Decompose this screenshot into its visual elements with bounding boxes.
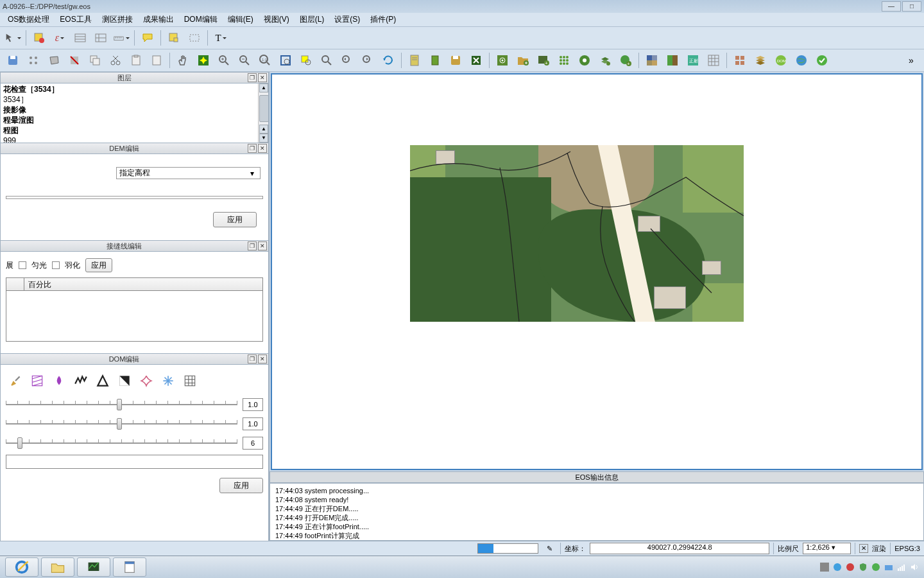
layer-item[interactable]: 程晕渲图: [3, 115, 266, 125]
tool-layers-gold-icon[interactable]: [751, 51, 769, 69]
tray-icon[interactable]: [833, 563, 842, 572]
menu-plugins[interactable]: 插件(P): [365, 13, 401, 26]
tray-icon[interactable]: [820, 563, 829, 572]
panel-close-icon[interactable]: ✕: [258, 73, 267, 82]
dom-slider-1-value[interactable]: 1.0: [243, 398, 263, 411]
tray-network-icon[interactable]: [884, 563, 893, 572]
tool-check-teal-icon[interactable]: 正射: [684, 51, 702, 69]
tool-text[interactable]: T: [212, 29, 230, 47]
tray-shield-icon[interactable]: [859, 563, 868, 572]
tool-disc-icon[interactable]: [576, 51, 594, 69]
dom-star-icon[interactable]: [138, 372, 155, 389]
dom-snow-icon[interactable]: [160, 372, 176, 389]
dem-apply-button[interactable]: 应用: [213, 212, 257, 227]
dom-slider-2-value[interactable]: 1.0: [243, 417, 263, 430]
tray-safe-icon[interactable]: [871, 563, 880, 572]
tool-raster2-icon[interactable]: [663, 51, 681, 69]
tool-comment[interactable]: [139, 29, 157, 47]
menu-view[interactable]: 视图(V): [259, 13, 295, 26]
tool-more-icon[interactable]: »: [902, 51, 920, 69]
tool-copy-icon[interactable]: [86, 51, 104, 69]
tool-circle-dom-icon[interactable]: DOM: [772, 51, 790, 69]
chevron-down-icon[interactable]: ▾: [832, 543, 835, 551]
layer-item[interactable]: 程图: [3, 125, 266, 136]
tool-save2-icon[interactable]: [447, 51, 465, 69]
tool-close-green-icon[interactable]: [467, 51, 485, 69]
tool-zoom-11-icon[interactable]: 1:1: [256, 51, 274, 69]
tool-gear-icon[interactable]: [493, 51, 511, 69]
tool-table1[interactable]: [71, 29, 89, 47]
layer-list[interactable]: 花检查［3534］ 3534］ 接影像 程晕渲图 程图 999: [1, 83, 268, 143]
taskbar-app2-icon[interactable]: [113, 557, 146, 577]
dom-slider-3-value[interactable]: 6: [243, 437, 263, 450]
panel-restore-icon[interactable]: ❐: [248, 355, 257, 363]
tool-zoom-in-icon[interactable]: [215, 51, 233, 69]
tool-grid-blue-icon[interactable]: [705, 51, 723, 69]
dom-text-input[interactable]: [6, 455, 263, 469]
tool-zoom-extent-icon[interactable]: [277, 51, 295, 69]
menu-dom-edit[interactable]: DOM编辑: [179, 13, 223, 26]
taskbar-app1-icon[interactable]: [77, 557, 110, 577]
map-viewport[interactable]: [271, 73, 923, 470]
dom-grid-icon[interactable]: [182, 372, 198, 389]
dom-invert-icon[interactable]: [116, 372, 133, 389]
tool-layer-plus-icon[interactable]: [596, 51, 614, 69]
dom-zigzag-icon[interactable]: [73, 372, 89, 389]
tool-new-layer[interactable]: [30, 29, 48, 47]
tool-zoom-next-icon[interactable]: [359, 51, 377, 69]
menu-layer[interactable]: 图层(L): [295, 13, 330, 26]
seam-apply-button[interactable]: 应用: [85, 258, 112, 272]
render-cancel-icon[interactable]: ✕: [859, 544, 868, 553]
panel-close-icon[interactable]: ✕: [258, 144, 267, 153]
menu-eos-data[interactable]: OS数据处理: [3, 13, 55, 26]
tool-check-circle-icon[interactable]: [813, 51, 831, 69]
dom-slider-1[interactable]: 1.0: [6, 397, 263, 412]
dom-drop-icon[interactable]: [51, 372, 67, 389]
tool-grid-green-icon[interactable]: [555, 51, 573, 69]
tool-epsilon[interactable]: ε: [51, 29, 69, 47]
tool-zoom-sel-icon[interactable]: [297, 51, 315, 69]
menu-settings[interactable]: 设置(S): [329, 13, 365, 26]
scroll-up-icon[interactable]: ▲: [259, 83, 268, 92]
tool-save-icon[interactable]: [4, 51, 22, 69]
tool-zoom-prev-icon[interactable]: [338, 51, 356, 69]
tool-points-icon[interactable]: [24, 51, 42, 69]
seam-col-percent[interactable]: 百分比: [24, 278, 262, 290]
menu-eos-tool[interactable]: EOS工具: [55, 13, 96, 26]
layer-item[interactable]: 999: [3, 136, 266, 143]
panel-restore-icon[interactable]: ❐: [248, 144, 257, 153]
tool-zoom-out-icon[interactable]: [235, 51, 253, 69]
tool-tiles-icon[interactable]: [731, 51, 749, 69]
tool-globe-icon[interactable]: [792, 51, 810, 69]
dom-slider-2[interactable]: 1.0: [6, 416, 263, 432]
panel-restore-icon[interactable]: ❐: [248, 73, 257, 82]
taskbar-explorer-icon[interactable]: [41, 557, 74, 577]
scroll-down-icon[interactable]: ▼: [259, 134, 268, 143]
tool-sparkle-icon[interactable]: [194, 51, 212, 69]
dom-brush-icon[interactable]: [7, 372, 24, 389]
tool-cut-icon[interactable]: [107, 51, 124, 69]
dom-slider-3[interactable]: 6: [6, 435, 263, 451]
status-tool-icon[interactable]: ✎: [542, 542, 556, 555]
eos-output[interactable]: 17:44:03 system processing... 17:44:08 s…: [270, 483, 924, 541]
tool-raster1-icon[interactable]: [643, 51, 661, 69]
dom-apply-button[interactable]: 应用: [219, 478, 263, 493]
layers-scrollbar[interactable]: ▲ ▲ ▼: [258, 83, 268, 143]
seam-uniform-checkbox[interactable]: [19, 261, 26, 269]
tool-arrow[interactable]: [4, 29, 22, 47]
tool-paste-icon[interactable]: [127, 51, 145, 69]
panel-restore-icon[interactable]: ❐: [248, 241, 257, 250]
seam-feather-checkbox[interactable]: [52, 261, 60, 269]
tool-polygon-icon[interactable]: [45, 51, 63, 69]
layer-item[interactable]: 3534］: [3, 94, 266, 105]
menu-output[interactable]: 成果输出: [138, 13, 179, 26]
tool-folder-plus-icon[interactable]: [514, 51, 532, 69]
menu-edit[interactable]: 编辑(E): [223, 13, 259, 26]
tool-refresh-icon[interactable]: [379, 51, 397, 69]
scroll-up2-icon[interactable]: ▲: [259, 125, 268, 134]
window-minimize-button[interactable]: —: [882, 1, 901, 12]
layer-item[interactable]: 接影像: [3, 105, 266, 115]
menu-area-mosaic[interactable]: 测区拼接: [97, 13, 138, 26]
seam-col-index[interactable]: [6, 278, 24, 290]
tool-table2[interactable]: [92, 29, 110, 47]
